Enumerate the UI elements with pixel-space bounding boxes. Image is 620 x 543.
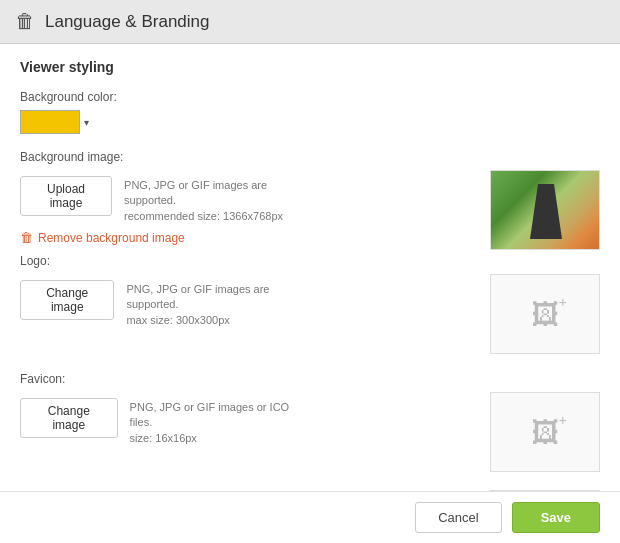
branding-icon: 🗑 (15, 10, 35, 33)
logo-change-button[interactable]: Change image (20, 280, 114, 320)
bg-color-label: Background color: (20, 90, 600, 104)
bg-image-hint2: recommended size: 1366x768px (124, 210, 283, 222)
bg-color-dropdown-arrow[interactable]: ▾ (84, 117, 89, 128)
logo-label: Logo: (20, 254, 600, 268)
favicon-hint1: PNG, JPG or GIF images or ICO files. (130, 401, 290, 428)
favicon-change-button[interactable]: Change image (20, 398, 118, 438)
bg-image-preview (490, 170, 600, 250)
logo-hint1: PNG, JPG or GIF images are supported. (126, 283, 269, 310)
favicon-hint2: size: 16x16px (130, 432, 197, 444)
logo-placeholder: 🖼+ (490, 274, 600, 354)
upload-image-button[interactable]: Upload image (20, 176, 112, 216)
footer-buttons: Cancel Save (0, 491, 620, 543)
section-title: Viewer styling (20, 59, 600, 75)
bg-image-hint1: PNG, JPG or GIF images are supported. (124, 179, 267, 206)
image-add-icon: 🖼+ (531, 298, 559, 331)
cancel-button[interactable]: Cancel (415, 502, 501, 533)
window: 🗑 Language & Branding Viewer styling Bac… (0, 0, 620, 543)
favicon-label: Favicon: (20, 372, 600, 386)
page-title: Language & Branding (45, 12, 209, 32)
bg-color-swatch[interactable] (20, 110, 80, 134)
favicon-placeholder: 🖼+ (490, 392, 600, 472)
trash-icon: 🗑 (20, 230, 33, 245)
favicon-add-icon: 🖼+ (531, 416, 559, 449)
logo-hint2: max size: 300x300px (126, 314, 229, 326)
remove-bg-image-link[interactable]: 🗑 Remove background image (20, 230, 290, 245)
main-content: Viewer styling Background color: ▾ Backg… (0, 44, 620, 491)
save-button[interactable]: Save (512, 502, 600, 533)
header: 🗑 Language & Branding (0, 0, 620, 44)
bg-image-label: Background image: (20, 150, 600, 164)
